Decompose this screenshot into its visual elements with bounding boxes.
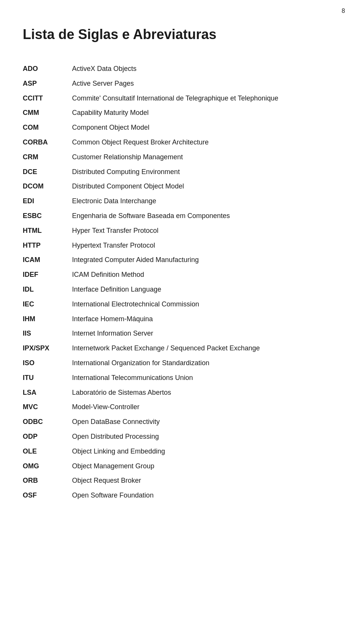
acronym-abbr: ODBC: [23, 414, 72, 429]
table-row: ESBCEngenharia de Software Baseada em Co…: [23, 209, 341, 223]
acronym-abbr: CRM: [23, 150, 72, 165]
acronym-abbr: ISO: [23, 356, 72, 370]
table-row: IHMInterface Homem-Máquina: [23, 312, 341, 326]
table-row: ITUInternational Telecommunications Unio…: [23, 370, 341, 385]
table-row: OMGObject Management Group: [23, 459, 341, 474]
acronym-abbr: CCITT: [23, 91, 72, 106]
acronym-definition: Capability Maturity Model: [72, 105, 341, 120]
acronym-definition: Common Object Request Broker Architectur…: [72, 135, 341, 150]
acronym-definition: Distributed Component Object Model: [72, 179, 341, 194]
acronym-definition: Customer Relationship Management: [72, 150, 341, 165]
acronym-definition: Active Server Pages: [72, 76, 341, 91]
acronym-definition: Open Distributed Processing: [72, 429, 341, 444]
acronym-definition: Laboratório de Sistemas Abertos: [72, 385, 341, 400]
acronym-abbr: ORB: [23, 473, 72, 488]
acronym-definition: Internet Information Server: [72, 326, 341, 341]
acronym-definition: Component Object Model: [72, 120, 341, 135]
acronym-abbr: COM: [23, 120, 72, 135]
acronym-abbr: DCOM: [23, 179, 72, 194]
table-row: ODPOpen Distributed Processing: [23, 429, 341, 444]
acronym-definition: Open Software Foundation: [72, 488, 341, 503]
acronym-abbr: CMM: [23, 105, 72, 120]
table-row: ASPActive Server Pages: [23, 76, 341, 91]
table-row: ICAMIntegrated Computer Aided Manufactur…: [23, 253, 341, 267]
acronym-abbr: IDEF: [23, 267, 72, 282]
acronym-definition: Object Request Broker: [72, 473, 341, 488]
acronym-abbr: IHM: [23, 312, 72, 326]
acronym-definition: International Electrotechnical Commissio…: [72, 297, 341, 312]
acronym-abbr: ADO: [23, 61, 72, 76]
acronym-abbr: IIS: [23, 326, 72, 341]
acronym-abbr: IDL: [23, 282, 72, 297]
acronym-definition: Model-View-Controller: [72, 400, 341, 414]
acronym-abbr: LSA: [23, 385, 72, 400]
table-row: HTTPHypertext Transfer Protocol: [23, 238, 341, 253]
acronym-definition: International Telecommunications Union: [72, 370, 341, 385]
acronym-definition: Integrated Computer Aided Manufacturing: [72, 253, 341, 267]
table-row: DCEDistributed Computing Environment: [23, 165, 341, 179]
acronym-abbr: CORBA: [23, 135, 72, 150]
acronym-definition: Distributed Computing Environment: [72, 165, 341, 179]
page-title: Lista de Siglas e Abreviaturas: [23, 27, 341, 42]
table-row: ISOInternational Organization for Standa…: [23, 356, 341, 370]
table-row: IPX/SPXInternetwork Packet Exchange / Se…: [23, 341, 341, 356]
acronym-abbr: ITU: [23, 370, 72, 385]
acronym-definition: Interface Definition Language: [72, 282, 341, 297]
acronym-definition: ICAM Definition Method: [72, 267, 341, 282]
table-row: IECInternational Electrotechnical Commis…: [23, 297, 341, 312]
acronym-abbr: IPX/SPX: [23, 341, 72, 356]
table-row: IISInternet Information Server: [23, 326, 341, 341]
acronym-definition: Interface Homem-Máquina: [72, 312, 341, 326]
table-row: ADOActiveX Data Objects: [23, 61, 341, 76]
table-row: IDLInterface Definition Language: [23, 282, 341, 297]
table-row: ORBObject Request Broker: [23, 473, 341, 488]
table-row: MVCModel-View-Controller: [23, 400, 341, 414]
acronym-definition: Hyper Text Transfer Protocol: [72, 223, 341, 238]
acronym-abbr: ODP: [23, 429, 72, 444]
table-row: CRMCustomer Relationship Management: [23, 150, 341, 165]
acronym-definition: Open DataBase Connectivity: [72, 414, 341, 429]
table-row: CMMCapability Maturity Model: [23, 105, 341, 120]
acronym-definition: International Organization for Standardi…: [72, 356, 341, 370]
acronym-definition: Hypertext Transfer Protocol: [72, 238, 341, 253]
acronym-abbr: ICAM: [23, 253, 72, 267]
acronym-abbr: IEC: [23, 297, 72, 312]
acronym-definition: Engenharia de Software Baseada em Compon…: [72, 209, 341, 223]
table-row: ODBCOpen DataBase Connectivity: [23, 414, 341, 429]
acronym-abbr: OLE: [23, 444, 72, 459]
table-row: CORBACommon Object Request Broker Archit…: [23, 135, 341, 150]
acronym-definition: Object Management Group: [72, 459, 341, 474]
acronym-abbr: OSF: [23, 488, 72, 503]
acronym-abbr: HTTP: [23, 238, 72, 253]
table-row: HTMLHyper Text Transfer Protocol: [23, 223, 341, 238]
table-row: IDEFICAM Definition Method: [23, 267, 341, 282]
table-row: OSFOpen Software Foundation: [23, 488, 341, 503]
table-row: COMComponent Object Model: [23, 120, 341, 135]
table-row: LSALaboratório de Sistemas Abertos: [23, 385, 341, 400]
acronym-definition: Commite' Consultatif International de Te…: [72, 91, 341, 106]
table-row: EDIElectronic Data Interchange: [23, 194, 341, 209]
acronym-abbr: MVC: [23, 400, 72, 414]
acronym-abbr: OMG: [23, 459, 72, 474]
acronyms-table: ADOActiveX Data ObjectsASPActive Server …: [23, 61, 341, 503]
acronym-definition: ActiveX Data Objects: [72, 61, 341, 76]
table-row: DCOMDistributed Component Object Model: [23, 179, 341, 194]
table-row: OLEObject Linking and Embedding: [23, 444, 341, 459]
acronym-abbr: HTML: [23, 223, 72, 238]
acronym-definition: Electronic Data Interchange: [72, 194, 341, 209]
acronym-abbr: DCE: [23, 165, 72, 179]
acronym-definition: Object Linking and Embedding: [72, 444, 341, 459]
acronym-abbr: EDI: [23, 194, 72, 209]
acronym-abbr: ASP: [23, 76, 72, 91]
page-number: 8: [342, 8, 345, 14]
table-row: CCITTCommite' Consultatif International …: [23, 91, 341, 106]
acronym-abbr: ESBC: [23, 209, 72, 223]
acronym-definition: Internetwork Packet Exchange / Sequenced…: [72, 341, 341, 356]
